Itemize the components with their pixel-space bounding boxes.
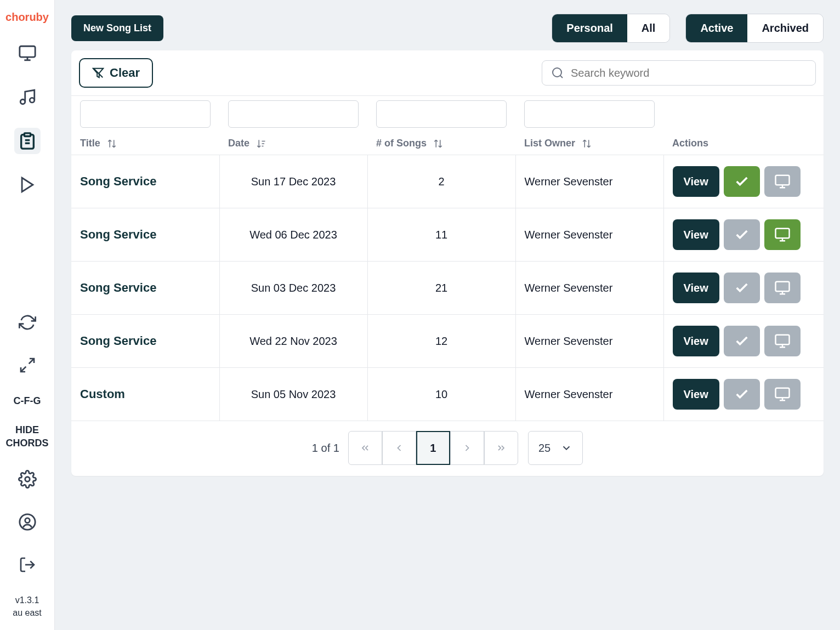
display-icon[interactable] [14,40,41,66]
title-header[interactable]: Title [71,132,219,155]
search-field[interactable] [542,60,816,86]
row-date: Sun 03 Dec 2023 [219,262,367,315]
user-icon[interactable] [14,509,41,535]
svg-line-18 [560,76,563,78]
view-button[interactable]: View [673,166,719,197]
check-button[interactable] [724,166,760,197]
chevron-down-icon [560,442,572,454]
music-icon[interactable] [14,84,41,110]
main-content: New Song List Personal All Active Archiv… [55,0,840,630]
row-actions: View [663,368,824,421]
table-row: CustomSun 05 Nov 202310Werner SevensterV… [71,368,824,421]
panel-toolbar: Clear [71,50,824,95]
last-page-button[interactable] [484,431,518,465]
gear-icon[interactable] [14,466,41,492]
clear-filters-button[interactable]: Clear [79,58,153,88]
song-lists-table: Title Date # of Songs [71,95,824,421]
row-owner: Werner Sevenster [515,208,663,262]
search-icon [551,66,564,80]
scope-all-button[interactable]: All [627,14,670,42]
clear-label: Clear [110,66,140,80]
sort-icon [582,139,592,149]
table-row: Song ServiceWed 06 Dec 202311Werner Seve… [71,208,824,262]
refresh-icon[interactable] [14,309,41,336]
display-button[interactable] [764,219,801,250]
table-row: Song ServiceSun 03 Dec 202321Werner Seve… [71,262,824,315]
clipboard-icon[interactable] [14,128,41,154]
row-title[interactable]: Custom [71,368,219,421]
row-songs: 11 [367,208,515,262]
svg-point-3 [20,99,25,104]
search-input[interactable] [571,67,807,80]
display-button[interactable] [764,273,801,303]
nav-group-top [14,40,41,198]
check-button[interactable] [724,326,760,356]
status-archived-button[interactable]: Archived [747,14,823,42]
check-button[interactable] [724,379,760,410]
status-active-button[interactable]: Active [686,14,747,42]
logout-icon[interactable] [14,552,41,578]
title-filter-input[interactable] [80,100,211,128]
date-header[interactable]: Date [219,132,367,155]
svg-point-4 [30,98,35,103]
svg-line-9 [29,359,33,364]
owner-filter-input[interactable] [524,100,655,128]
row-title[interactable]: Song Service [71,155,219,208]
svg-marker-8 [22,178,33,192]
status-toggle: Active Archived [685,14,824,43]
scope-personal-button[interactable]: Personal [552,14,627,42]
check-button[interactable] [724,219,760,250]
prev-page-button[interactable] [382,431,416,465]
row-owner: Werner Sevenster [515,368,663,421]
row-date: Wed 06 Dec 2023 [219,208,367,262]
expand-icon[interactable] [14,352,41,378]
brand-logo: choruby [5,11,49,24]
svg-rect-31 [775,388,789,398]
sidebar-bottom: C-F-G HIDE CHORDS v1.3.1 au east [0,309,54,630]
new-song-list-button[interactable]: New Song List [71,15,163,41]
hide-chords-button[interactable]: HIDE CHORDS [0,424,54,450]
row-actions: View [663,208,824,262]
svg-rect-19 [775,175,789,185]
row-title[interactable]: Song Service [71,262,219,315]
page-1-button[interactable]: 1 [416,431,450,465]
next-page-button[interactable] [450,431,484,465]
svg-point-17 [553,68,561,77]
view-button[interactable]: View [673,379,719,410]
view-button[interactable]: View [673,273,719,303]
songs-header[interactable]: # of Songs [367,132,515,155]
row-songs: 12 [367,315,515,368]
display-button[interactable] [764,166,801,197]
cfg-button[interactable]: C-F-G [14,395,41,407]
sort-icon [433,139,443,149]
topbar: New Song List Personal All Active Archiv… [71,14,824,43]
date-filter-input[interactable] [228,100,359,128]
row-songs: 21 [367,262,515,315]
header-row: Title Date # of Songs [71,132,824,155]
owner-header[interactable]: List Owner [515,132,663,155]
row-actions: View [663,155,824,208]
svg-rect-28 [775,335,789,345]
first-page-button[interactable] [348,431,382,465]
row-owner: Werner Sevenster [515,155,663,208]
scope-toggle: Personal All [552,14,670,43]
play-icon[interactable] [14,172,41,198]
row-date: Sun 17 Dec 2023 [219,155,367,208]
display-button[interactable] [764,379,801,410]
row-title[interactable]: Song Service [71,208,219,262]
view-button[interactable]: View [673,326,719,356]
display-button[interactable] [764,326,801,356]
pagination: 1 of 1 1 25 [71,431,824,465]
svg-point-13 [25,518,30,523]
sort-desc-icon [256,139,266,149]
sort-icon [107,139,117,149]
songs-filter-input[interactable] [376,100,507,128]
check-button[interactable] [724,273,760,303]
view-button[interactable]: View [673,219,719,250]
filter-off-icon [92,67,104,79]
page-size-select[interactable]: 25 [528,431,583,465]
row-title[interactable]: Song Service [71,315,219,368]
row-actions: View [663,262,824,315]
svg-point-11 [25,477,30,482]
table-row: Song ServiceSun 17 Dec 20232Werner Seven… [71,155,824,208]
